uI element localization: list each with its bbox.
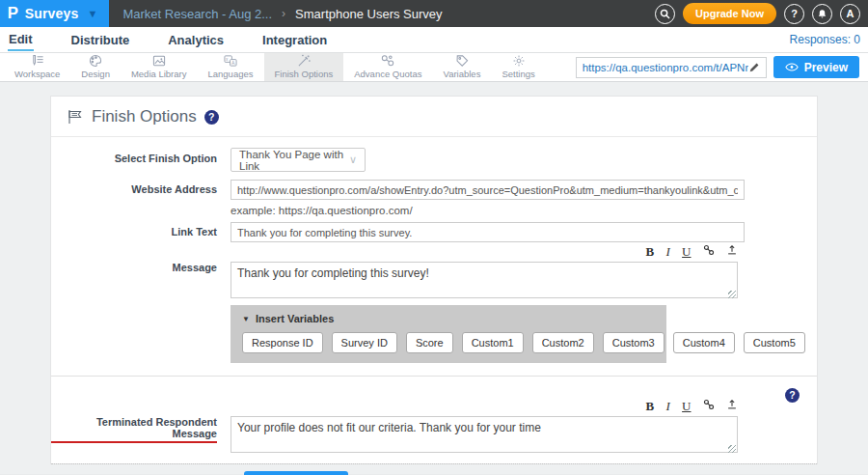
- website-address-input[interactable]: [231, 180, 745, 200]
- tool-media-library[interactable]: Media Library: [121, 53, 198, 81]
- link-icon: [703, 399, 715, 410]
- magic-wand-icon: [296, 54, 312, 68]
- breadcrumb-folder[interactable]: Market Research - Aug 2...: [122, 7, 272, 21]
- italic-button[interactable]: I: [666, 399, 670, 414]
- preview-button[interactable]: Preview: [773, 56, 859, 78]
- message-editor-toolbar: B I U: [231, 244, 738, 260]
- italic-button[interactable]: I: [666, 244, 670, 260]
- palette-icon: [88, 54, 103, 68]
- var-response-id-button[interactable]: Response ID: [242, 332, 323, 353]
- chevron-down-icon: ▼: [88, 8, 98, 19]
- var-custom3-button[interactable]: Custom3: [603, 332, 665, 353]
- top-actions: Upgrade Now ? A: [655, 0, 868, 27]
- var-custom4-button[interactable]: Custom4: [673, 332, 735, 353]
- var-custom2-button[interactable]: Custom2: [532, 332, 594, 353]
- svg-text:A: A: [231, 60, 235, 66]
- variable-buttons: Response ID Survey ID Score Custom1 Cust…: [242, 332, 655, 353]
- insert-variables-toggle[interactable]: ▼ Insert Variables: [242, 313, 655, 324]
- terminated-editor-toolbar: B I U: [231, 399, 738, 414]
- var-custom5-button[interactable]: Custom5: [744, 332, 805, 353]
- breadcrumb: Market Research - Aug 2... › Smartphone …: [109, 0, 455, 27]
- translate-icon: xA: [223, 54, 238, 68]
- website-address-example: example: https://qa.questionpro.com/: [231, 205, 817, 216]
- tool-design[interactable]: Design: [70, 53, 121, 81]
- finish-option-label: Select Finish Option: [51, 148, 231, 172]
- link-button[interactable]: [703, 399, 715, 414]
- gear-icon: [511, 54, 527, 68]
- link-text-label: Link Text: [51, 222, 231, 242]
- finish-option-select[interactable]: Thank You Page with Link ∨: [231, 148, 366, 172]
- flag-icon: [67, 109, 84, 125]
- upload-image-button[interactable]: [726, 244, 738, 260]
- terminated-message-textarea[interactable]: Your profile does not fit our criteria. …: [231, 416, 738, 453]
- toolbar-right: https://qa.questionpro.com/t/APNrFZgQ Pr…: [576, 53, 864, 81]
- website-address-label: Website Address: [51, 180, 231, 216]
- underline-button[interactable]: U: [682, 399, 691, 414]
- tool-settings[interactable]: Settings: [491, 53, 545, 81]
- tool-languages[interactable]: xA Languages: [197, 53, 263, 81]
- tab-edit[interactable]: Edit: [8, 28, 34, 51]
- triangle-down-icon: ▼: [242, 315, 250, 323]
- upload-icon: [726, 399, 738, 410]
- finish-options-card: Finish Options ? Select Finish Option Th…: [50, 96, 818, 464]
- edit-toolbar: Workspace Design Media Library xA Langua…: [0, 53, 868, 82]
- var-custom1-button[interactable]: Custom1: [462, 332, 524, 353]
- finish-option-value: Thank You Page with Link: [239, 149, 349, 172]
- upgrade-now-button[interactable]: Upgrade Now: [683, 3, 776, 24]
- bold-button[interactable]: B: [646, 399, 655, 414]
- survey-url-text: https://qa.questionpro.com/t/APNrFZgQ: [583, 62, 748, 73]
- upload-image-button[interactable]: [726, 399, 738, 414]
- tab-analytics[interactable]: Analytics: [167, 29, 225, 50]
- bell-icon: [817, 9, 827, 19]
- quota-links-icon: [380, 54, 395, 68]
- bold-button[interactable]: B: [646, 244, 655, 260]
- questionpro-logo-icon: P: [8, 6, 18, 21]
- chevron-down-icon: ∨: [349, 154, 357, 166]
- eye-icon: [785, 63, 799, 71]
- card-header: Finish Options ?: [51, 97, 817, 137]
- breadcrumb-separator-icon: ›: [282, 7, 285, 20]
- tool-variables[interactable]: Variables: [433, 53, 492, 81]
- help-button[interactable]: ?: [784, 4, 804, 24]
- page-title: Finish Options: [92, 107, 197, 126]
- upload-icon: [726, 244, 738, 256]
- responses-count[interactable]: Responses: 0: [790, 33, 860, 46]
- notifications-button[interactable]: [812, 4, 832, 24]
- search-button[interactable]: [655, 4, 675, 24]
- terminated-message-label: Terminated Respondent Message: [51, 416, 217, 443]
- breadcrumb-survey-name: Smartphone Users Survey: [295, 7, 442, 21]
- var-score-button[interactable]: Score: [406, 332, 453, 353]
- tool-workspace[interactable]: Workspace: [4, 53, 70, 81]
- product-name: Surveys: [25, 6, 79, 21]
- page-help-button[interactable]: ?: [204, 110, 219, 125]
- message-textarea[interactable]: Thank you for completing this survey!: [231, 262, 738, 298]
- tool-advance-quotas[interactable]: Advance Quotas: [343, 53, 432, 81]
- link-button[interactable]: [703, 244, 715, 260]
- tab-distribute[interactable]: Distribute: [70, 29, 131, 50]
- link-text-input[interactable]: [231, 222, 745, 242]
- message-label: Message: [51, 244, 231, 363]
- survey-url-field[interactable]: https://qa.questionpro.com/t/APNrFZgQ: [576, 57, 767, 78]
- main-area: Finish Options ? Select Finish Option Th…: [0, 82, 868, 474]
- account-avatar[interactable]: A: [840, 4, 860, 24]
- tab-integration[interactable]: Integration: [261, 29, 328, 50]
- brand-menu[interactable]: P Surveys ▼: [0, 0, 109, 27]
- section-nav: Edit Distribute Analytics Integration Re…: [0, 27, 868, 53]
- tool-finish-options[interactable]: Finish Options: [264, 53, 344, 81]
- finish-options-form: Select Finish Option Thank You Page with…: [51, 137, 817, 475]
- svg-text:x: x: [226, 57, 229, 62]
- image-icon: [151, 54, 167, 68]
- search-icon: [660, 9, 670, 19]
- top-bar: P Surveys ▼ Market Research - Aug 2... ›…: [0, 0, 868, 27]
- insert-variables-panel: ▼ Insert Variables Response ID Survey ID…: [231, 305, 666, 363]
- workspace-icon: [30, 54, 45, 68]
- var-survey-id-button[interactable]: Survey ID: [332, 332, 397, 353]
- tag-icon: [454, 54, 470, 68]
- save-changes-button[interactable]: Save Changes: [244, 471, 348, 475]
- underline-button[interactable]: U: [682, 244, 691, 260]
- link-icon: [703, 244, 715, 256]
- edit-pencil-icon[interactable]: [748, 62, 760, 73]
